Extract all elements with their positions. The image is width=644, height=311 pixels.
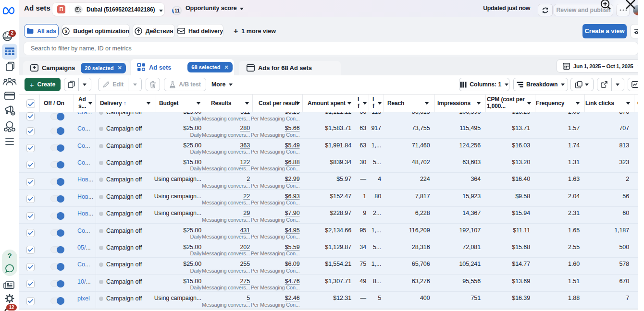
svg-text:11: 11 — [174, 8, 180, 13]
svg-text:$: $ — [65, 28, 68, 34]
